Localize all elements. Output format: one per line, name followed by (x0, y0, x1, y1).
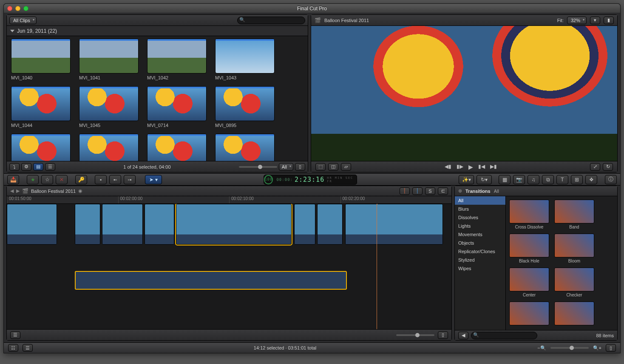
favorite-button[interactable]: ★ (27, 175, 39, 184)
clip-item[interactable] (215, 134, 275, 161)
transition-item[interactable] (554, 302, 594, 327)
zoom-dropdown[interactable]: 32% (567, 17, 587, 24)
collapse-sidebar-icon[interactable]: ◀ (458, 332, 468, 339)
history-fwd-button[interactable]: ▶ (16, 188, 20, 194)
clip-item[interactable]: MVI_0895 (215, 86, 275, 128)
transition-item[interactable]: Center (509, 268, 549, 297)
category-item[interactable]: Stylized (455, 256, 505, 264)
solo-icon[interactable]: S (425, 187, 435, 195)
clip-item[interactable] (79, 134, 139, 161)
category-item[interactable]: Blurs (455, 205, 505, 213)
audio-skimming-icon[interactable]: ⎮ (412, 187, 423, 195)
clip-label: MVI_1042 (147, 75, 207, 80)
transition-item[interactable]: Bloom (554, 234, 594, 263)
skimming-icon[interactable]: ⎮ (400, 187, 410, 195)
effects-browser-icon[interactable]: ▦ (499, 175, 511, 184)
import-button[interactable]: ⤵ (9, 163, 20, 171)
audio-clip[interactable] (75, 271, 347, 290)
themes-browser-icon[interactable]: ❖ (585, 175, 597, 184)
transition-item[interactable] (509, 302, 549, 327)
clip-item[interactable]: MVI_1043 (215, 39, 275, 80)
category-item[interactable]: Objects (455, 239, 505, 247)
clip-filter-dropdown[interactable]: All Clips (9, 17, 37, 24)
transition-item[interactable]: Checker (554, 268, 594, 297)
enhance-button[interactable]: ✨▾ (459, 175, 474, 184)
transform-icon[interactable]: ⬚ (315, 163, 326, 171)
filmstrip-view-icon[interactable]: ▤ (33, 163, 43, 171)
rss-icon[interactable]: ◉ (78, 188, 82, 194)
meters-icon[interactable]: ▮ (604, 17, 614, 24)
insert-clip-button[interactable]: ▪▫ (109, 175, 121, 184)
timecode-display[interactable]: 100 00:00: 2:23:16 HR MIN SEC FR (264, 175, 357, 185)
selected-clip[interactable] (176, 204, 292, 245)
crop-icon[interactable]: ◫ (328, 163, 338, 171)
transitions-browser-icon[interactable]: ⧉ (542, 175, 554, 184)
distort-icon[interactable]: ▱ (341, 163, 351, 171)
timeline-body[interactable] (7, 204, 451, 329)
prev-frame-button[interactable]: ◀▮ (445, 164, 451, 170)
zoom-out-icon[interactable]: −🔍 (537, 345, 546, 351)
clip-item[interactable] (11, 134, 71, 161)
clip-height-icon[interactable]: ▯ (606, 344, 616, 352)
timeline-zoom-slider[interactable] (396, 334, 434, 336)
unrate-button[interactable]: ☆ (41, 175, 53, 184)
playhead[interactable] (377, 204, 377, 329)
category-item[interactable]: Wipes (455, 264, 505, 273)
clip-item[interactable]: MVI_1040 (11, 39, 71, 80)
connect-clip-button[interactable]: ▪ (95, 175, 107, 184)
generators-browser-icon[interactable]: ⊞ (571, 175, 583, 184)
next-frame-button[interactable]: ▮▶ (457, 164, 463, 170)
select-tool-button[interactable]: ➤ ▾ (145, 175, 162, 184)
append-clip-button[interactable]: ▫▪ (124, 175, 136, 184)
category-item[interactable]: Lights (455, 222, 505, 230)
timeline-list-icon[interactable]: ☰ (23, 344, 33, 352)
clip-appearance-button[interactable]: ▯ (438, 331, 448, 339)
category-item[interactable]: Replicator/Clones (455, 247, 505, 256)
clip-item[interactable]: MVI_0714 (147, 86, 207, 128)
browser-filter-dropdown[interactable]: All (279, 163, 293, 171)
keyword-button[interactable]: 🔑 (75, 175, 87, 184)
zoom-in-icon[interactable]: 🔍+ (593, 345, 601, 351)
transition-item[interactable]: Band (554, 200, 594, 229)
titles-browser-icon[interactable]: T (556, 175, 568, 184)
inspector-icon[interactable]: ⓘ (605, 175, 617, 184)
reject-button[interactable]: ✕ (56, 175, 68, 184)
clip-item[interactable]: MVI_1042 (147, 39, 207, 80)
clip-item[interactable]: MVI_1044 (11, 86, 71, 128)
import-media-button[interactable]: 📥 (7, 175, 19, 184)
play-button[interactable]: ▶ (468, 164, 473, 170)
history-back-button[interactable]: ◀ (10, 188, 14, 194)
clip-appearance-icon[interactable]: ▯ (295, 163, 305, 171)
music-browser-icon[interactable]: ♫ (528, 175, 539, 184)
media-browser-scope[interactable]: All (494, 189, 499, 194)
close-panel-icon[interactable]: ⊗ (458, 188, 462, 194)
photos-browser-icon[interactable]: 📷 (513, 175, 525, 184)
prev-edit-button[interactable]: ▮◀ (478, 164, 485, 170)
snapping-icon[interactable]: ⊏ (438, 187, 448, 195)
clip-item[interactable]: MVI_1045 (79, 86, 139, 128)
thumbnail-size-slider[interactable] (239, 166, 277, 168)
next-edit-button[interactable]: ▶▮ (490, 164, 497, 170)
global-zoom-slider[interactable] (550, 347, 589, 349)
timeline-index-icon[interactable]: ☰ (10, 331, 20, 339)
clip-item[interactable] (147, 134, 207, 161)
settings-gear-icon[interactable]: ⚙ (21, 163, 31, 171)
fullscreen-icon[interactable]: ⤢ (590, 163, 600, 171)
retime-button[interactable]: ↻▾ (477, 175, 492, 184)
clip-item[interactable]: MVI_1041 (79, 39, 139, 80)
disclosure-triangle-icon[interactable] (10, 30, 14, 32)
search-input[interactable] (237, 17, 305, 24)
transition-item[interactable]: Cross Dissolve (509, 200, 549, 229)
viewer-canvas[interactable] (311, 26, 617, 161)
category-item[interactable]: Dissolves (455, 213, 505, 222)
timeline-ruler[interactable]: 00:01:50:0000:02:00:0000:02:10:0000:02:2… (7, 196, 451, 204)
background-tasks-icon[interactable]: ☷ (8, 344, 18, 352)
event-header[interactable]: Jun 19, 2011 (22) (7, 26, 308, 36)
viewer-options-icon[interactable]: ▾ (590, 17, 600, 24)
loop-icon[interactable]: ↻ (603, 163, 613, 171)
transitions-search-input[interactable] (471, 332, 537, 339)
transition-item[interactable]: Black Hole (509, 234, 549, 263)
category-item[interactable]: All (455, 196, 505, 205)
list-view-icon[interactable]: ☰ (45, 163, 55, 171)
category-item[interactable]: Movements (455, 230, 505, 239)
